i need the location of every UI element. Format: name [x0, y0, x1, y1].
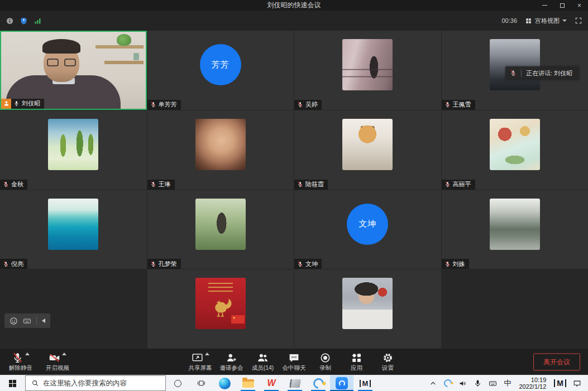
tile-participant-0[interactable]: 刘伎昭 [0, 31, 147, 110]
taskbar-clock[interactable]: 10:19 2022/1/12 [514, 376, 551, 390]
tile-participant-8[interactable]: 倪亮 [0, 190, 147, 269]
speaking-toast: 正在讲话: 刘伎昭 [505, 66, 579, 80]
close-button[interactable]: × [571, 0, 588, 11]
keyboard-icon[interactable] [23, 317, 31, 325]
name-label: 单芳芳 [147, 100, 181, 110]
host-badge-icon [1, 99, 11, 109]
qq-app[interactable] [307, 375, 330, 391]
emoji-icon[interactable] [9, 317, 18, 325]
chevron-up-icon[interactable] [25, 353, 30, 355]
chat-button[interactable]: 会中聊天 [281, 352, 307, 372]
share-screen-icon [192, 352, 203, 364]
meeting-toolbar: 解除静音 开启视频 共享屏幕 邀请参会 [0, 349, 588, 375]
record-button[interactable]: 录制 [313, 352, 338, 372]
collapse-arrow-icon[interactable] [42, 318, 45, 323]
security-shield-icon[interactable] [20, 17, 28, 25]
toolbar-left-group: 解除静音 开启视频 [8, 352, 70, 372]
m-logo-icon: M [360, 380, 371, 387]
chevron-up-icon[interactable] [62, 353, 66, 355]
tile-participant-1[interactable]: 芳芳 单芳芳 [147, 31, 294, 110]
maximize-icon [560, 3, 565, 8]
avatar [48, 119, 98, 170]
file-explorer-app[interactable] [236, 375, 260, 391]
m-app[interactable]: M [353, 375, 377, 391]
settings-button[interactable]: 设置 [375, 352, 401, 372]
fullscreen-icon[interactable] [575, 17, 582, 25]
start-video-button[interactable]: 开启视频 [45, 352, 70, 372]
tray-expand-button[interactable] [426, 375, 441, 391]
mic-muted-icon [444, 101, 451, 108]
video-grid: 刘伎昭 芳芳 单芳芳 吴婷 王佩雪 [0, 31, 588, 349]
tile-participant-12[interactable] [147, 269, 294, 349]
tile-participant-2[interactable]: 吴婷 [294, 31, 441, 110]
tray-m-logo[interactable]: M [551, 375, 570, 391]
tile-participant-4[interactable]: 金秋 [0, 110, 147, 190]
leave-meeting-button[interactable]: 离开会议 [533, 353, 580, 370]
meeting-timer: 00:36 [501, 17, 517, 24]
floating-bar [4, 313, 50, 328]
tile-participant-9[interactable]: 孔梦荣 [147, 190, 294, 269]
maximize-button[interactable] [553, 0, 571, 11]
wps-app[interactable]: W [260, 375, 283, 391]
chevron-down-icon [562, 20, 567, 22]
network-signal-icon[interactable] [34, 17, 42, 25]
meeting-header-left [6, 17, 42, 25]
share-screen-button[interactable]: 共享屏幕 [188, 352, 213, 372]
tray-volume[interactable] [455, 375, 470, 391]
avatar [48, 199, 98, 250]
minimize-icon [542, 5, 547, 6]
ime-indicator[interactable]: 中 [500, 375, 514, 391]
edge-app[interactable] [213, 375, 236, 391]
meeting-app[interactable] [330, 375, 353, 391]
notification-icon [573, 379, 581, 388]
tray-microphone[interactable] [470, 375, 485, 391]
avatar: 文坤 [347, 204, 388, 245]
start-button[interactable] [0, 375, 25, 391]
tile-participant-5[interactable]: 王琳 [147, 110, 294, 190]
view-label: 宫格视图 [535, 17, 560, 25]
tray-touch-keyboard[interactable] [485, 375, 500, 391]
avatar [342, 119, 393, 170]
minimize-button[interactable] [536, 0, 553, 11]
chevron-up-icon[interactable] [205, 353, 209, 355]
rooster-art [208, 293, 233, 319]
avatar [195, 119, 246, 170]
avatar [195, 199, 246, 250]
name-label: 吴婷 [294, 100, 322, 110]
participant-name: 孔梦荣 [159, 260, 177, 268]
cortana-button[interactable] [166, 375, 189, 391]
meeting-info-icon[interactable] [6, 17, 14, 25]
participant-name: 刘姝 [453, 260, 465, 268]
tray-qq[interactable] [441, 375, 455, 391]
taskbar-search[interactable] [25, 375, 166, 391]
members-icon [257, 352, 269, 364]
tile-participant-10[interactable]: 文坤 文坤 [294, 190, 441, 269]
window-title: 刘伎昭的快速会议 [267, 1, 321, 10]
search-input[interactable] [43, 379, 165, 387]
task-view-button[interactable] [189, 375, 213, 391]
name-label: 陆筱霞 [294, 180, 328, 190]
action-center-button[interactable] [570, 375, 585, 391]
chevron-up-icon [429, 379, 437, 388]
qq-icon [311, 376, 326, 391]
mic-muted-icon [444, 260, 451, 268]
participant-name: 单芳芳 [159, 100, 177, 109]
tile-participant-11[interactable]: 刘姝 [442, 190, 588, 269]
cortana-icon [174, 380, 181, 387]
invite-button[interactable]: 邀请参会 [219, 352, 245, 372]
participant-name: 高丽平 [453, 180, 471, 189]
unmute-button[interactable]: 解除静音 [8, 352, 34, 372]
tile-participant-7[interactable]: 高丽平 [442, 110, 588, 190]
tile-participant-6[interactable]: 陆筱霞 [294, 110, 441, 190]
task-view-icon [197, 379, 205, 388]
avatar [490, 39, 540, 90]
apps-button[interactable]: 应用 [344, 352, 370, 372]
search-icon [31, 379, 39, 387]
members-button[interactable]: 成员(14) [250, 352, 276, 372]
name-label: 文坤 [294, 259, 322, 269]
name-label: 王琳 [147, 180, 175, 190]
divider [521, 70, 522, 77]
notes-app[interactable] [283, 375, 307, 391]
tile-participant-13[interactable] [294, 269, 441, 349]
view-switcher[interactable]: 宫格视图 [525, 17, 567, 25]
